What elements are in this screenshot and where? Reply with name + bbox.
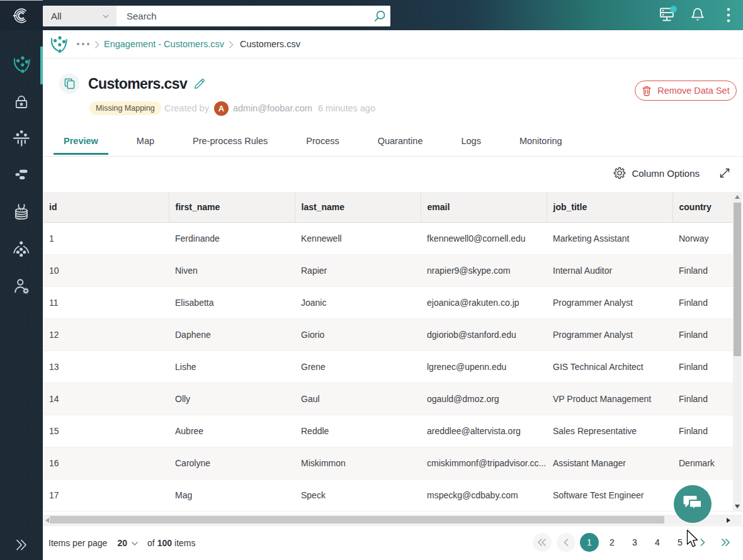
- prev-page-button[interactable]: [557, 533, 576, 552]
- chevron-right-icon: [94, 40, 99, 49]
- edit-title-button[interactable]: [194, 78, 205, 89]
- notifications-button[interactable]: [689, 0, 706, 30]
- page-button-2[interactable]: 2: [603, 533, 621, 552]
- scroll-up-arrow-icon[interactable]: [735, 195, 740, 199]
- table-row[interactable]: 11 Elisabetta Joanic ejoanica@rakuten.co…: [43, 286, 733, 318]
- cell-country: Finland: [672, 286, 733, 318]
- scroll-left-arrow-icon[interactable]: [45, 518, 49, 523]
- cell-last-name: Miskimmon: [295, 447, 421, 479]
- column-header-job-title[interactable]: job_title: [547, 192, 672, 222]
- breadcrumb-parent-link[interactable]: Engagement - Customers.csv: [104, 39, 224, 49]
- horizontal-scrollbar[interactable]: [43, 515, 733, 525]
- sidebar-item-ingestion[interactable]: [0, 47, 43, 83]
- file-copy-icon: [64, 78, 75, 89]
- table-row[interactable]: 13 Lishe Grene lgrenec@upenn.edu GIS Tec…: [43, 350, 733, 383]
- notifications-bell-icon: [690, 7, 705, 23]
- sidebar-item-governance[interactable]: [0, 84, 43, 120]
- cell-first-name: Ferdinande: [169, 222, 295, 254]
- tab-logs[interactable]: Logs: [451, 126, 491, 156]
- app-logo[interactable]: [0, 0, 43, 30]
- cell-last-name: Reddle: [295, 415, 421, 447]
- cell-job-title: Programmer Analyst: [547, 318, 672, 350]
- next-page-button[interactable]: [693, 533, 712, 552]
- column-header-last-name[interactable]: last_name: [295, 192, 421, 222]
- remove-dataset-button[interactable]: Remove Data Set: [635, 81, 737, 101]
- scrollbar-corner: [733, 515, 742, 525]
- page-button-5[interactable]: 5: [671, 533, 689, 552]
- chat-fab-button[interactable]: [674, 485, 712, 523]
- column-options-button[interactable]: Column Options: [613, 167, 700, 179]
- expand-table-button[interactable]: [718, 167, 731, 179]
- cell-first-name: Elisabetta: [169, 286, 295, 318]
- of-label: of: [147, 538, 155, 548]
- sidebar-item-administration[interactable]: [0, 268, 43, 305]
- cell-last-name: Rapier: [295, 254, 421, 286]
- table-row[interactable]: 14 Olly Gaul ogauld@dmoz.org VP Product …: [43, 383, 733, 415]
- notification-dot: [670, 6, 677, 13]
- scroll-down-arrow-icon[interactable]: [735, 505, 740, 508]
- column-header-first-name[interactable]: first_name: [169, 192, 295, 222]
- user-gear-icon: [13, 277, 30, 295]
- column-header-id[interactable]: id: [43, 192, 169, 222]
- cell-last-name: Grene: [295, 350, 421, 383]
- vertical-scrollbar[interactable]: [733, 192, 742, 512]
- page-button-1[interactable]: 1: [580, 533, 599, 552]
- page-button-4[interactable]: 4: [648, 533, 667, 552]
- pencil-icon: [194, 78, 205, 89]
- table-row[interactable]: 12 Daphene Giorio dgioriob@stanford.edu …: [43, 318, 733, 350]
- vertical-scrollbar-thumb[interactable]: [734, 203, 741, 356]
- breadcrumb-ellipsis-button[interactable]: [72, 30, 94, 58]
- sidebar-item-rules[interactable]: [0, 157, 43, 193]
- search-scope-dropdown[interactable]: All: [43, 6, 116, 26]
- column-header-email[interactable]: email: [421, 192, 547, 222]
- table-toolbar: Column Options: [43, 157, 743, 192]
- first-page-button[interactable]: [533, 533, 552, 552]
- more-menu-button[interactable]: [720, 0, 737, 30]
- items-per-page: Items per page 20 of 100 items: [48, 526, 195, 560]
- tab-process[interactable]: Process: [296, 126, 349, 156]
- ellipsis-icon: [76, 42, 90, 46]
- search-input[interactable]: [116, 6, 369, 26]
- cell-id: 1: [43, 222, 169, 254]
- tab-preview[interactable]: Preview: [54, 126, 108, 156]
- last-page-button[interactable]: [716, 533, 735, 552]
- search-submit-button[interactable]: [369, 6, 390, 26]
- sidebar-item-preparation[interactable]: [0, 120, 43, 156]
- search-icon: [373, 9, 387, 23]
- tab-map[interactable]: Map: [127, 126, 164, 156]
- chevron-down-icon: [101, 12, 110, 21]
- scroll-right-arrow-icon[interactable]: [727, 518, 730, 523]
- chevron-right-icon: [229, 40, 234, 49]
- breadcrumb-bar: Engagement - Customers.csv Customers.csv: [43, 30, 743, 59]
- column-header-country[interactable]: country: [672, 192, 733, 222]
- cell-id: 11: [43, 286, 169, 318]
- created-by-meta: Created by A admin@foobar.com 6 minutes …: [164, 101, 375, 115]
- cell-first-name: Lishe: [169, 350, 295, 383]
- dataset-group-icon: [50, 36, 67, 53]
- cell-email: ejoanica@rakuten.co.jp: [421, 286, 547, 318]
- sidebar-item-deduplication[interactable]: [0, 231, 43, 267]
- page-button-3[interactable]: 3: [625, 533, 644, 552]
- sidebar-expand-button[interactable]: [0, 534, 43, 556]
- double-chevron-right-icon: [720, 538, 730, 547]
- server-status-button[interactable]: [656, 0, 679, 30]
- chevron-down-icon[interactable]: [131, 541, 139, 546]
- table-row[interactable]: 10 Niven Rapier nrapier9@skype.com Inter…: [43, 254, 733, 286]
- search-scope-value: All: [51, 11, 101, 21]
- items-per-page-value[interactable]: 20: [117, 538, 127, 548]
- tab-quarantine[interactable]: Quarantine: [368, 126, 433, 156]
- table-row[interactable]: 17 Mag Speck mspeckg@cdbaby.com Software…: [43, 479, 733, 511]
- cell-email: cmiskimmonf@tripadvisor.cc...: [421, 447, 547, 479]
- cell-country: Finland: [672, 383, 733, 415]
- table-row[interactable]: 15 Aubree Reddle areddlee@altervista.org…: [43, 415, 733, 447]
- tab-monitoring[interactable]: Monitoring: [509, 126, 572, 156]
- table-row[interactable]: 1 Ferdinande Kennewell fkennewell0@corne…: [43, 222, 733, 254]
- cell-job-title: Programmer Analyst: [547, 286, 672, 318]
- sidebar: [0, 30, 43, 560]
- table-row[interactable]: 16 Carolyne Miskimmon cmiskimmonf@tripad…: [43, 447, 733, 479]
- horizontal-scrollbar-thumb[interactable]: [50, 516, 664, 524]
- cell-last-name: Gaul: [295, 383, 421, 415]
- cluedin-c-logo-icon: [12, 6, 31, 25]
- sidebar-item-processing[interactable]: [0, 194, 43, 230]
- tab-pre-process-rules[interactable]: Pre-process Rules: [183, 126, 278, 156]
